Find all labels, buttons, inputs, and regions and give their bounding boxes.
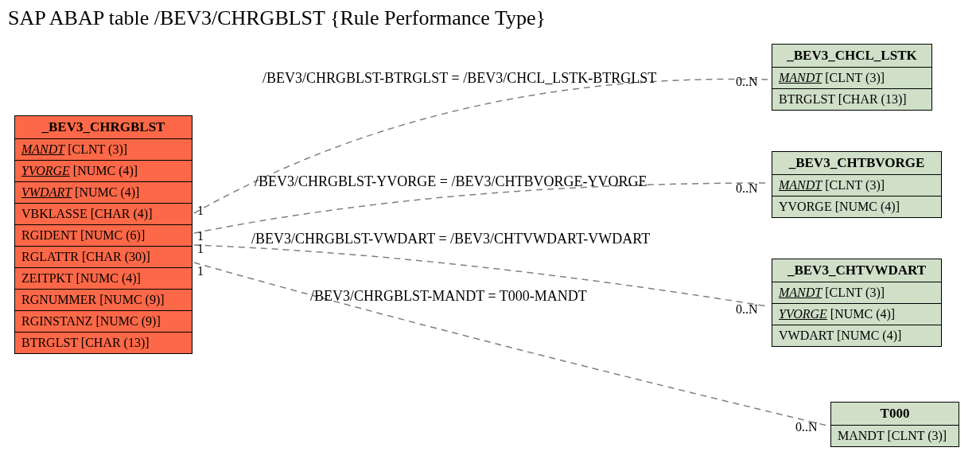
cardinality-right-1: 0..N [736, 181, 758, 196]
table-row: MANDT [CLNT (3)] [831, 426, 959, 446]
table-ref-0-header: _BEV3_CHCL_LSTK [772, 45, 931, 68]
diagram-title: SAP ABAP table /BEV3/CHRGBLST {Rule Perf… [8, 6, 546, 30]
table-ref-2-header: _BEV3_CHTVWDART [772, 259, 941, 282]
table-row: BTRGLST [CHAR (13)] [15, 333, 192, 353]
table-row: VWDART [NUMC (4)] [772, 325, 941, 346]
table-row: YVORGE [NUMC (4)] [772, 304, 941, 325]
table-row: MANDT [CLNT (3)] [772, 175, 941, 196]
relation-label-3: /BEV3/CHRGBLST-MANDT = T000-MANDT [310, 288, 587, 305]
table-row: RGLATTR [CHAR (30)] [15, 247, 192, 268]
relation-label-2: /BEV3/CHRGBLST-VWDART = /BEV3/CHTVWDART-… [251, 231, 650, 247]
table-ref-2: _BEV3_CHTVWDART MANDT [CLNT (3)] YVORGE … [772, 259, 942, 347]
table-ref-3-header: T000 [831, 403, 959, 426]
relation-label-0: /BEV3/CHRGBLST-BTRGLST = /BEV3/CHCL_LSTK… [262, 70, 656, 87]
table-row: YVORGE [NUMC (4)] [15, 161, 192, 182]
cardinality-left-0: 1 [197, 204, 204, 218]
table-row: MANDT [CLNT (3)] [15, 139, 192, 161]
cardinality-left-3: 1 [197, 264, 204, 278]
relation-label-1: /BEV3/CHRGBLST-YVORGE = /BEV3/CHTBVORGE-… [255, 173, 648, 190]
table-ref-3: T000 MANDT [CLNT (3)] [830, 402, 959, 447]
table-row: MANDT [CLNT (3)] [772, 68, 931, 89]
table-main-header: _BEV3_CHRGBLST [15, 116, 192, 139]
table-ref-1: _BEV3_CHTBVORGE MANDT [CLNT (3)] YVORGE … [772, 151, 942, 218]
table-row: ZEITPKT [NUMC (4)] [15, 268, 192, 290]
table-row: BTRGLST [CHAR (13)] [772, 89, 931, 110]
cardinality-right-3: 0..N [795, 420, 818, 434]
table-main: _BEV3_CHRGBLST MANDT [CLNT (3)] YVORGE [… [14, 115, 192, 354]
table-row: RGIDENT [NUMC (6)] [15, 225, 192, 247]
table-row: VWDART [NUMC (4)] [15, 182, 192, 204]
table-ref-0: _BEV3_CHCL_LSTK MANDT [CLNT (3)] BTRGLST… [772, 44, 932, 111]
cardinality-left-2: 1 [197, 242, 204, 256]
table-row: YVORGE [NUMC (4)] [772, 196, 941, 217]
table-ref-1-header: _BEV3_CHTBVORGE [772, 152, 941, 175]
table-row: VBKLASSE [CHAR (4)] [15, 204, 192, 225]
cardinality-right-0: 0..N [736, 75, 758, 89]
table-row: RGINSTANZ [NUMC (9)] [15, 311, 192, 333]
table-row: MANDT [CLNT (3)] [772, 282, 941, 304]
cardinality-right-2: 0..N [736, 302, 758, 317]
table-row: RGNUMMER [NUMC (9)] [15, 290, 192, 311]
